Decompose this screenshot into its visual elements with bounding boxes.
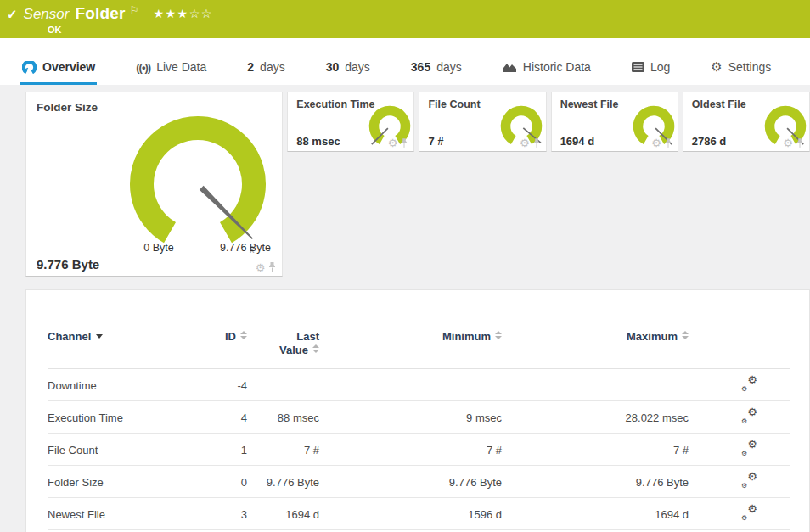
tab-label: Overview (42, 60, 95, 74)
gauge-max-label: 9.776 Byte (220, 242, 271, 254)
channel-last-value (247, 369, 319, 401)
channel-id: -4 (192, 369, 247, 401)
table-row-folder-size: Folder Size 0 9.776 Byte 9.776 Byte 9.77… (48, 466, 790, 498)
object-type-label: Sensor (24, 5, 70, 24)
pin-icon[interactable] (401, 138, 408, 148)
tab-label: Historic Data (523, 60, 591, 74)
tab-number: 365 (411, 60, 430, 74)
channel-table: Channel ID LastValue Minimum Maximum Dow… (48, 290, 790, 532)
tile-newest-file[interactable]: Newest File 1694 d ⚙ (551, 92, 678, 152)
overview-content: Folder Size x̄ 0 Byte 9.776 Byte 9.776 B… (0, 85, 810, 532)
tab-label: days (436, 60, 462, 74)
tab-number: 30 (326, 60, 340, 74)
channel-settings-icon[interactable]: ⚙⚙ (741, 410, 758, 423)
channel-minimum (319, 369, 502, 401)
tab-historic-data[interactable]: Historic Data (501, 60, 593, 85)
channel-value: 1694 d (560, 135, 594, 148)
channel-last-value: 9.776 Byte (247, 466, 319, 498)
channel-maximum (502, 369, 689, 401)
column-header-last-value[interactable]: LastValue (247, 290, 319, 369)
table-row-execution-time: Execution Time 4 88 msec 9 msec 28.022 m… (48, 401, 790, 434)
gauge-tiles: Folder Size x̄ 0 Byte 9.776 Byte 9.776 B… (25, 92, 810, 277)
column-header-minimum[interactable]: Minimum (319, 290, 502, 369)
tab-live-data[interactable]: ((•)) Live Data (134, 60, 208, 85)
channel-name: File Count (48, 434, 192, 466)
folder-size-gauge: x̄ (116, 109, 279, 262)
pin-icon[interactable] (533, 138, 540, 148)
channel-settings-icon[interactable]: ⚙⚙ (741, 442, 758, 455)
gear-icon: ⚙ (711, 61, 722, 73)
channel-minimum: 9.776 Byte (319, 466, 502, 498)
gauge-settings-icon[interactable]: ⚙ (388, 138, 398, 148)
stars-filled: ★★★ (153, 7, 188, 20)
tab-number: 2 (247, 60, 254, 74)
channel-id: 0 (192, 466, 247, 498)
pin-icon[interactable] (796, 138, 803, 148)
channel-table-panel: Channel ID LastValue Minimum Maximum Dow… (25, 289, 810, 532)
channel-minimum: 9 msec (319, 401, 502, 434)
channel-name: Downtime (48, 369, 192, 401)
tab-label: Live Data (156, 60, 206, 74)
column-header-channel[interactable]: Channel (48, 290, 192, 369)
gauge-min-label: 0 Byte (143, 242, 173, 254)
channel-maximum: 1694 d (502, 498, 689, 530)
sort-icon (682, 331, 689, 339)
channel-settings-icon[interactable]: ⚙⚙ (741, 378, 758, 390)
stars-empty: ☆☆ (189, 7, 213, 20)
table-row-newest-file: Newest File 3 1694 d 1596 d 1694 d ⚙⚙ (48, 498, 790, 530)
status-check-icon: ✓ (7, 5, 18, 24)
sensor-name: Folder (75, 4, 125, 23)
sensor-header: ✓ Sensor Folder ⚐ ★★★☆☆ OK (0, 0, 810, 38)
table-row-downtime: Downtime -4 ⚙⚙ (48, 369, 790, 401)
tile-title: File Count (428, 98, 480, 110)
column-header-id[interactable]: ID (192, 290, 247, 369)
channel-maximum: 9.776 Byte (502, 466, 689, 498)
tile-oldest-file[interactable]: Oldest File 2786 d ⚙ (683, 92, 810, 152)
sort-icon (312, 344, 319, 353)
tab-30-days[interactable]: 30 days (324, 60, 372, 85)
column-header-maximum[interactable]: Maximum (502, 290, 689, 369)
table-row-file-count: File Count 1 7 # 7 # 7 # ⚙⚙ (48, 434, 790, 466)
pin-icon[interactable] (665, 138, 672, 148)
tab-label: Log (650, 60, 670, 74)
chart-icon (503, 62, 517, 73)
sort-desc-icon (96, 334, 103, 339)
channel-settings-icon[interactable]: ⚙⚙ (741, 507, 758, 519)
live-data-icon: ((•)) (136, 61, 150, 74)
channel-name: Folder Size (48, 466, 192, 498)
tab-label: days (345, 60, 370, 74)
gauge-icon (22, 61, 37, 74)
status-badge: OK (48, 25, 810, 35)
flag-icon[interactable]: ⚐ (130, 1, 139, 20)
tab-settings[interactable]: ⚙ Settings (709, 60, 773, 85)
channel-value: 9.776 Byte (37, 257, 99, 272)
channel-value: 88 msec (296, 135, 340, 148)
tab-label: Settings (728, 60, 772, 74)
channel-settings-icon[interactable]: ⚙⚙ (741, 474, 758, 487)
channel-last-value: 1694 d (247, 498, 319, 530)
priority-stars[interactable]: ★★★☆☆ (153, 4, 212, 23)
channel-minimum: 7 # (319, 434, 502, 466)
tab-2-days[interactable]: 2 days (245, 60, 286, 85)
tile-title: Oldest File (692, 98, 746, 110)
gauge-settings-icon[interactable]: ⚙ (256, 263, 266, 273)
channel-last-value: 88 msec (247, 401, 319, 434)
pin-icon[interactable] (268, 262, 276, 273)
gauge-settings-icon[interactable]: ⚙ (520, 138, 530, 148)
tab-bar: Overview ((•)) Live Data 2 days 30 days … (0, 38, 810, 85)
tile-folder-size[interactable]: Folder Size x̄ 0 Byte 9.776 Byte 9.776 B… (25, 92, 283, 277)
sort-icon (495, 331, 502, 339)
tab-label: days (260, 60, 285, 74)
tab-log[interactable]: Log (630, 60, 672, 85)
gauge-settings-icon[interactable]: ⚙ (651, 138, 661, 148)
tab-overview[interactable]: Overview (20, 60, 97, 85)
tile-file-count[interactable]: File Count 7 # ⚙ (419, 92, 546, 152)
column-header-actions (689, 290, 790, 369)
channel-name: Newest File (48, 498, 192, 530)
sort-icon (240, 331, 247, 339)
channel-minimum: 1596 d (319, 498, 502, 530)
gauge-settings-icon[interactable]: ⚙ (783, 138, 793, 148)
tile-execution-time[interactable]: Execution Time 88 msec ⚙ (287, 92, 414, 152)
channel-value: 2786 d (692, 135, 726, 148)
tab-365-days[interactable]: 365 days (409, 60, 464, 85)
